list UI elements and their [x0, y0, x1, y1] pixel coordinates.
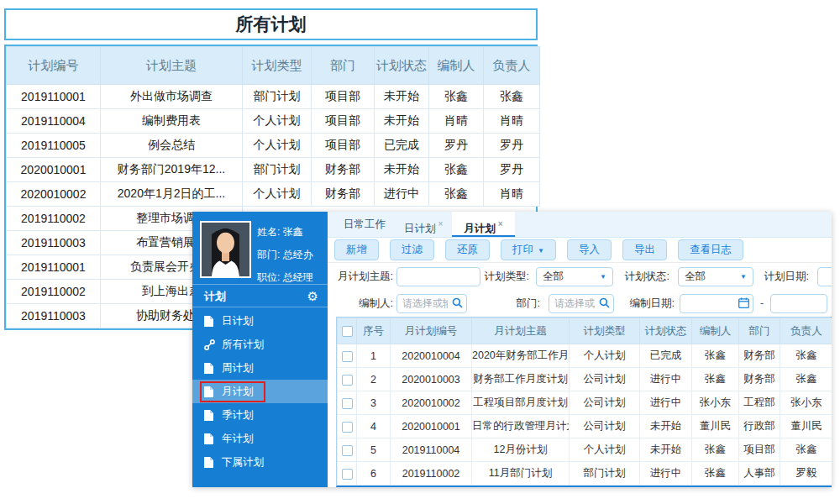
- close-icon[interactable]: ×: [438, 219, 444, 228]
- row-checkbox[interactable]: [342, 469, 353, 480]
- no-cell: 3: [357, 391, 391, 415]
- no-cell: 1: [357, 344, 391, 368]
- gear-icon[interactable]: ⚙: [307, 285, 318, 307]
- plan-window: 姓名: 张鑫 部门: 总经办 职位: 总经理 计划 ⚙ 日计划: [192, 212, 832, 487]
- subject-cell: 财务部门2019年12...: [101, 158, 243, 182]
- tab-daily-plan[interactable]: 日计划×: [395, 212, 452, 237]
- plan-id-link[interactable]: 2020010002: [391, 391, 472, 415]
- table-row: 2019110004 编制费用表 个人计划 项目部 未开始 肖晴 肖晴: [7, 109, 540, 134]
- subject-link[interactable]: 12月份计划: [472, 438, 570, 462]
- sidebar-item-daily-plan[interactable]: 日计划: [192, 309, 328, 333]
- plan-id-cell: 2019110004: [7, 109, 101, 134]
- dept-cell: 财务部: [739, 368, 780, 391]
- subject-link[interactable]: 财务部工作月度计划: [472, 368, 570, 391]
- row-checkbox[interactable]: [342, 351, 353, 362]
- owner-link[interactable]: 张鑫: [780, 344, 832, 368]
- table-row: 3 2020010002 工程项目部月度计划 公司计划 进行中 张小东 工程部 …: [338, 391, 832, 415]
- row-checkbox[interactable]: [342, 398, 353, 409]
- filter-button[interactable]: 过滤: [390, 239, 434, 260]
- export-button[interactable]: 导出: [622, 239, 667, 260]
- avatar-photo-illustration: [202, 223, 249, 276]
- search-icon[interactable]: [452, 297, 463, 311]
- column-header-owner: 负责人: [780, 318, 832, 344]
- type-cell: 个人计划: [243, 182, 312, 207]
- sidebar-item-all-plans[interactable]: 所有计划: [192, 333, 328, 356]
- menu-group-plan[interactable]: 计划 ⚙: [192, 284, 328, 307]
- row-checkbox[interactable]: [342, 375, 353, 386]
- status-cell: 进行中: [640, 462, 692, 486]
- creator-cell: 罗丹: [429, 134, 484, 158]
- type-cell: 个人计划: [570, 344, 640, 368]
- filter-row-1: 月计划主题: 计划类型: 全部 ▼ 计划状态: 全部 ▼ 计划日期:: [328, 263, 832, 290]
- owner-link[interactable]: 董川民: [780, 415, 832, 438]
- search-icon[interactable]: [599, 297, 610, 311]
- checkbox-cell: [338, 344, 357, 368]
- calendar-icon[interactable]: [738, 297, 749, 311]
- sidebar-item-yearly-plan[interactable]: 年计划: [192, 427, 328, 450]
- column-header-creator: 编制人: [692, 318, 739, 344]
- row-checkbox[interactable]: [342, 445, 353, 456]
- plan-date-input[interactable]: [817, 267, 832, 286]
- plan-status-select[interactable]: 全部 ▼: [678, 267, 753, 286]
- type-cell: 公司计划: [570, 415, 640, 438]
- select-all-checkbox[interactable]: [342, 326, 353, 337]
- plan-id-link[interactable]: 2019110002: [391, 462, 472, 486]
- link-icon: [204, 339, 215, 350]
- view-log-button[interactable]: 查看日志: [678, 239, 743, 260]
- row-checkbox[interactable]: [342, 422, 353, 433]
- dept-cell: 财务部: [739, 344, 780, 368]
- add-button[interactable]: 新增: [334, 239, 379, 260]
- created-date-end-input[interactable]: [770, 294, 827, 313]
- type-cell: 部门计划: [243, 85, 312, 109]
- subject-input[interactable]: [396, 267, 480, 286]
- subject-cell: 编制费用表: [101, 109, 243, 134]
- owner-cell: 罗丹: [484, 158, 540, 182]
- dept-cell: 财务部: [312, 158, 375, 182]
- dept-label: 部门:: [467, 297, 540, 311]
- close-icon[interactable]: ×: [498, 219, 503, 228]
- sidebar-item-quarterly-plan[interactable]: 季计划: [192, 403, 328, 427]
- subject-link[interactable]: 工程项目部月度计划: [472, 391, 570, 415]
- plan-id-link[interactable]: 2019110004: [391, 438, 472, 462]
- sidebar-item-subordinate-plan[interactable]: 下属计划: [192, 450, 328, 474]
- table-row: 2019110005 例会总结 个人计划 项目部 已完成 罗丹 罗丹: [7, 134, 540, 158]
- sidebar-item-monthly-plan[interactable]: 月计划: [192, 380, 328, 403]
- owner-link[interactable]: 张鑫: [780, 438, 832, 462]
- owner-link[interactable]: 张小东: [780, 391, 832, 415]
- tab-daily-work[interactable]: 日常工作: [334, 212, 395, 237]
- owner-link[interactable]: 罗毅: [780, 462, 832, 486]
- type-cell: 部门计划: [570, 462, 640, 486]
- creator-cell: 张鑫: [429, 85, 484, 109]
- creator-link[interactable]: 张鑫: [692, 368, 739, 391]
- owner-link[interactable]: 张鑫: [780, 368, 832, 391]
- subject-link[interactable]: 2020年财务部工作月...: [472, 344, 570, 368]
- plan-id-cell: 2019110003: [7, 231, 101, 255]
- creator-link[interactable]: 张鑫: [692, 344, 739, 368]
- reset-button[interactable]: 还原: [445, 239, 490, 260]
- plan-id-cell: 2019110001: [7, 255, 101, 280]
- subject-cell: 例会总结: [101, 134, 243, 158]
- red-highlight-box: 月计划: [200, 381, 265, 402]
- creator-link[interactable]: 张鑫: [692, 438, 739, 462]
- creator-link[interactable]: 张鑫: [692, 462, 739, 486]
- print-button[interactable]: 打印▼: [501, 239, 556, 260]
- creator-link[interactable]: 张小东: [692, 391, 739, 415]
- tab-monthly-plan[interactable]: 月计划×: [452, 212, 514, 237]
- creator-link[interactable]: 董川民: [692, 415, 739, 438]
- subject-link[interactable]: 11月部门计划: [472, 462, 570, 486]
- table-header-row: 计划编号 计划主题 计划类型 部门 计划状态 编制人 负责人: [7, 47, 540, 85]
- plan-type-select[interactable]: 全部 ▼: [536, 267, 613, 286]
- status-cell: 未开始: [640, 415, 692, 438]
- dept-cell: 工程部: [739, 391, 780, 415]
- import-button[interactable]: 导入: [567, 239, 612, 260]
- subject-link[interactable]: 日常的行政管理月计划: [472, 415, 570, 438]
- column-header-dept: 部门: [739, 318, 780, 344]
- sidebar-item-weekly-plan[interactable]: 周计划: [192, 356, 328, 380]
- creator-cell: 张鑫: [429, 182, 484, 207]
- plan-id-link[interactable]: 2020010003: [391, 368, 472, 391]
- plan-id-link[interactable]: 2020010004: [391, 344, 472, 368]
- created-date-label: 编制日期:: [614, 297, 675, 311]
- status-cell: 进行中: [640, 368, 692, 391]
- plan-id-link[interactable]: 2020010001: [391, 415, 472, 438]
- dept-cell: 项目部: [739, 438, 780, 462]
